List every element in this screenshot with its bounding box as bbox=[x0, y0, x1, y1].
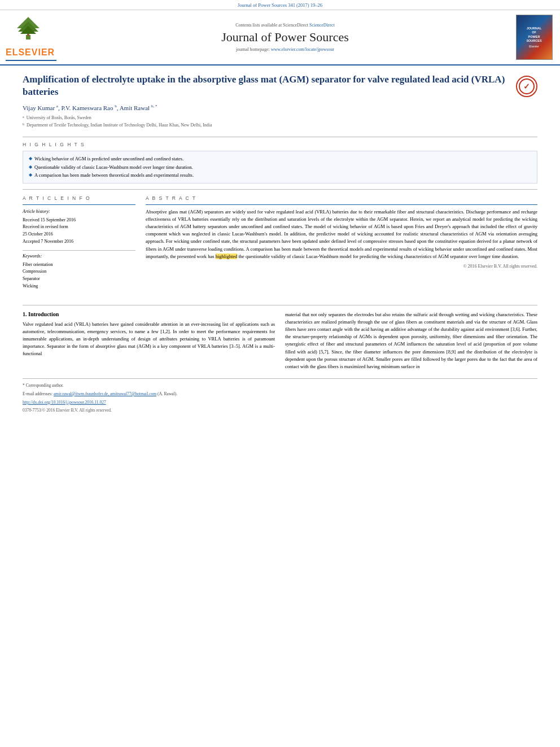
keywords-label: Keywords: bbox=[23, 253, 135, 260]
highlighted-word: highlighted bbox=[216, 254, 238, 259]
info-divider bbox=[23, 250, 135, 251]
email-note: E-mail addresses: amir.rawal@itwm.fraunh… bbox=[23, 391, 537, 398]
bullet-3: ◆ bbox=[29, 171, 32, 179]
copyright: © 2016 Elsevier B.V. All rights reserved… bbox=[146, 264, 537, 269]
intro-text-right: material that not only separates the ele… bbox=[285, 311, 537, 370]
affiliations: a University of Borås, Borås, Sweden b D… bbox=[23, 115, 537, 129]
introduction-section: 1. Introduction Valve regulated lead aci… bbox=[23, 305, 537, 370]
journal-title: Journal of Power Sources bbox=[61, 30, 509, 45]
cover-box: JOURNALOFPOWERSOURCES Elsevier bbox=[516, 15, 553, 60]
keyword-1: Fiber orientation bbox=[23, 261, 135, 269]
article-info-abstract: A R T I C L E I N F O Article history: R… bbox=[23, 195, 537, 295]
affiliation-1: a University of Borås, Borås, Sweden bbox=[23, 115, 537, 122]
issn-line: 0378-7753/© 2016 Elsevier B.V. All right… bbox=[23, 407, 537, 414]
revised-date: 25 October 2016 bbox=[23, 231, 135, 238]
abstract-text: Absorptive glass mat (AGM) separators ar… bbox=[146, 208, 537, 260]
sciencedirect-link[interactable]: Contents lists available at ScienceDirec… bbox=[61, 23, 509, 28]
highlights-section: H I G H L I G H T S ◆ Wicking behavior o… bbox=[23, 142, 537, 183]
bullet-1: ◆ bbox=[29, 155, 32, 163]
journal-header: ELSEVIER Contents lists available at Sci… bbox=[0, 10, 560, 65]
abstract-label: A B S T R A C T bbox=[146, 195, 537, 201]
intro-col-right: material that not only separates the ele… bbox=[285, 311, 537, 370]
article-info-rule bbox=[23, 204, 135, 205]
author-2: P.V. Kameswara Rao b bbox=[61, 104, 116, 111]
article-title-block: Amplification of electrolyte uptake in t… bbox=[23, 73, 537, 98]
authors-line: Vijay Kumar a, P.V. Kameswara Rao b, Ami… bbox=[23, 104, 537, 111]
keywords-block: Keywords: Fiber orientation Compression … bbox=[23, 253, 135, 290]
article-info-label: A R T I C L E I N F O bbox=[23, 195, 135, 201]
highlights-box: ◆ Wicking behavior of AGM is predicted u… bbox=[23, 151, 537, 183]
elsevier-logo: ELSEVIER bbox=[6, 47, 55, 58]
revised-label: Received in revised form bbox=[23, 224, 135, 231]
author-1: Vijay Kumar a bbox=[23, 104, 58, 111]
svg-text:✓: ✓ bbox=[523, 82, 530, 91]
highlight-item-2: ◆ Questionable validity of classic Lucas… bbox=[29, 163, 531, 171]
bullet-2: ◆ bbox=[29, 163, 32, 171]
keyword-3: Separator bbox=[23, 276, 135, 283]
accepted-date: Accepted 7 November 2016 bbox=[23, 238, 135, 246]
body-divider bbox=[23, 305, 537, 305]
history-label: Article history: bbox=[23, 208, 135, 216]
journal-cover: JOURNALOFPOWERSOURCES Elsevier bbox=[514, 14, 554, 61]
history-block: Article history: Received 15 September 2… bbox=[23, 208, 135, 246]
journal-homepage-link[interactable]: www.elsevier.com/locate/jpowsour bbox=[271, 47, 334, 52]
email-link[interactable]: amir.rawal@itwm.fraunhofer.de, amitrawal… bbox=[54, 391, 156, 396]
intro-text-left: Valve regulated lead acid (VRLA) batteri… bbox=[23, 321, 275, 358]
doi-link[interactable]: http://dx.doi.org/10.1016/j.jpowsour.201… bbox=[23, 400, 106, 405]
highlights-label: H I G H L I G H T S bbox=[23, 142, 537, 147]
abstract-rule bbox=[146, 204, 537, 205]
doi-line: http://dx.doi.org/10.1016/j.jpowsour.201… bbox=[23, 399, 537, 407]
journal-homepage: journal homepage: www.elsevier.com/locat… bbox=[61, 47, 509, 52]
footer: * Corresponding author. E-mail addresses… bbox=[23, 378, 537, 414]
crossmark-badge: ✓ bbox=[516, 76, 537, 97]
article-info-col: A R T I C L E I N F O Article history: R… bbox=[23, 195, 135, 295]
intro-heading: 1. Introduction bbox=[23, 311, 275, 317]
abstract-col: A B S T R A C T Absorptive glass mat (AG… bbox=[146, 195, 537, 295]
sciencedirect-anchor[interactable]: ScienceDirect bbox=[309, 23, 335, 28]
citation-text: Journal of Power Sources 341 (2017) 19–2… bbox=[238, 2, 322, 8]
divider-2 bbox=[23, 189, 537, 190]
article-title-text: Amplification of electrolyte uptake in t… bbox=[23, 73, 510, 98]
highlight-item-3: ◆ A comparison has been made between the… bbox=[29, 171, 531, 179]
received-date: Received 15 September 2016 bbox=[23, 217, 135, 224]
intro-col-left: 1. Introduction Valve regulated lead aci… bbox=[23, 311, 275, 370]
corresponding-author-note: * Corresponding author. bbox=[23, 382, 537, 390]
author-3: Amit Rawal b, * bbox=[120, 104, 158, 111]
highlight-item-1: ◆ Wicking behavior of AGM is predicted u… bbox=[29, 155, 531, 163]
elsevier-tree-icon bbox=[6, 16, 51, 41]
keyword-2: Compression bbox=[23, 268, 135, 276]
journal-citation-bar: Journal of Power Sources 341 (2017) 19–2… bbox=[0, 0, 560, 10]
introduction-cols: 1. Introduction Valve regulated lead aci… bbox=[23, 311, 537, 370]
affiliation-2: b Department of Textile Technology, Indi… bbox=[23, 122, 537, 129]
divider-1 bbox=[23, 137, 537, 137]
main-content: Amplification of electrolyte uptake in t… bbox=[0, 65, 560, 420]
keyword-4: Wicking bbox=[23, 283, 135, 290]
